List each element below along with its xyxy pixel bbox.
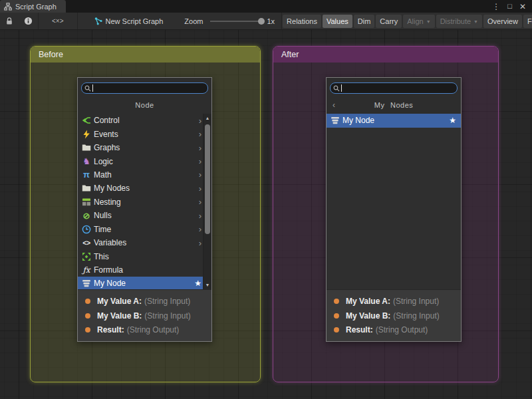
zoom-label: Zoom <box>182 17 205 25</box>
scroll-up-icon[interactable]: ▲ <box>203 114 211 122</box>
close-icon[interactable]: ✕ <box>519 3 526 11</box>
tab-script-graph[interactable]: Script Graph <box>0 0 66 13</box>
info-icon <box>24 17 33 25</box>
group-before-label: Before <box>39 50 63 59</box>
formula-icon: ƒx <box>81 265 92 275</box>
events-icon <box>81 129 92 139</box>
search-input[interactable] <box>343 84 454 92</box>
chevron-right-icon: › <box>199 130 201 138</box>
favorite-star-icon[interactable]: ★ <box>449 116 456 124</box>
code-view-button[interactable]: <×> <box>39 13 77 29</box>
list-item[interactable]: Nesting › <box>78 196 211 209</box>
list-item[interactable]: This <box>78 249 211 263</box>
port-dot-icon <box>85 313 90 319</box>
list-item[interactable]: Control › <box>78 114 211 127</box>
new-script-graph-label: New Script Graph <box>106 17 164 25</box>
scroll-down-icon[interactable]: ▼ <box>203 281 211 289</box>
toolbar-separator <box>281 13 282 29</box>
finder-title-label: My Nodes <box>374 101 414 109</box>
list-item-selected[interactable]: My Node ★ <box>78 277 211 289</box>
toggle-values[interactable]: Values <box>323 15 352 28</box>
time-icon <box>81 224 92 234</box>
list-item[interactable]: Time › <box>78 223 211 236</box>
control-icon <box>81 116 92 126</box>
list-item[interactable]: <> Variables › <box>78 236 211 249</box>
favorite-star-icon[interactable]: ★ <box>194 279 201 287</box>
back-chevron-icon[interactable]: ‹ <box>332 100 335 110</box>
tab-strip: Script Graph ⋮ □ ✕ <box>0 0 532 13</box>
port-dot-icon <box>85 299 90 304</box>
graph-canvas[interactable]: Before After <box>0 30 532 399</box>
list-item[interactable]: Graphs › <box>78 141 211 154</box>
toolbar-separator <box>77 13 78 29</box>
port-row: My Value A: (String Input) <box>78 297 211 306</box>
lock-icon <box>5 17 13 25</box>
list-item[interactable]: π Math › <box>78 168 211 182</box>
chevron-down-icon: ▼ <box>473 19 478 24</box>
group-after-label: After <box>281 50 299 59</box>
list-item[interactable]: ⊘ Nulls › <box>78 209 211 222</box>
menu-icon[interactable]: ⋮ <box>492 3 500 11</box>
empty-list-area <box>327 128 461 290</box>
chevron-right-icon: › <box>199 225 201 233</box>
finder-title: Node <box>78 96 211 114</box>
port-dot-icon <box>334 299 339 304</box>
toggle-carry[interactable]: Carry <box>376 15 402 28</box>
align-dropdown[interactable]: Align ▼ <box>403 15 434 28</box>
search-icon <box>84 85 91 92</box>
group-after-header[interactable]: After <box>273 47 498 63</box>
list-item[interactable]: ♞ Logic › <box>78 154 211 168</box>
node-ports-preview: My Value A: (String Input) My Value B: (… <box>78 289 211 341</box>
toggle-relations[interactable]: Relations <box>283 15 321 28</box>
nesting-icon <box>81 197 92 207</box>
chevron-right-icon: › <box>199 211 201 220</box>
list-item[interactable]: Events › <box>78 127 211 140</box>
tab-label: Script Graph <box>15 3 57 11</box>
chevron-right-icon: › <box>199 116 201 125</box>
chevron-down-icon: ▼ <box>426 19 431 24</box>
chevron-right-icon: › <box>199 184 201 193</box>
group-before-header[interactable]: Before <box>31 47 260 63</box>
scrollbar-thumb[interactable] <box>205 124 210 234</box>
graph-icon <box>4 3 12 11</box>
port-dot-icon <box>334 313 339 319</box>
search-input[interactable] <box>94 84 205 92</box>
node-icon <box>81 279 92 289</box>
scrollbar[interactable]: ▲ ▼ <box>203 114 211 289</box>
port-row: Result: (String Output) <box>327 325 461 334</box>
zoom-value: 1x <box>267 17 275 25</box>
port-row: My Value B: (String Input) <box>78 311 211 321</box>
list-item[interactable]: ƒx Formula <box>78 263 211 277</box>
overview-button[interactable]: Overview <box>483 15 522 28</box>
code-icon: <×> <box>52 18 64 25</box>
search-box[interactable] <box>330 82 458 94</box>
math-icon: π <box>81 170 92 180</box>
this-icon <box>81 251 92 261</box>
list-item-selected[interactable]: My Node ★ <box>327 114 461 128</box>
node-options-list: Control › Events › G <box>78 114 211 289</box>
new-script-graph-button[interactable]: New Script Graph <box>87 17 170 25</box>
toggle-dim[interactable]: Dim <box>354 15 375 28</box>
info-button[interactable] <box>19 13 38 29</box>
port-row: Result: (String Output) <box>78 325 211 334</box>
chevron-right-icon: › <box>199 144 201 152</box>
list-item[interactable]: My Nodes › <box>78 182 211 195</box>
folder-icon <box>81 184 92 194</box>
port-row: My Value B: (String Input) <box>327 311 461 321</box>
search-icon <box>333 85 340 92</box>
lock-button[interactable] <box>0 13 19 29</box>
distribute-dropdown[interactable]: Distribute ▼ <box>436 15 482 28</box>
port-row: My Value A: (String Input) <box>327 297 461 306</box>
zoom-slider-handle[interactable] <box>258 18 265 25</box>
chevron-right-icon: › <box>199 198 201 206</box>
logic-icon: ♞ <box>81 156 92 166</box>
script-graph-window: Script Graph ⋮ □ ✕ <box>0 0 532 399</box>
search-box[interactable] <box>81 82 208 94</box>
zoom-slider[interactable] <box>210 21 262 22</box>
window-controls: ⋮ □ ✕ <box>492 0 532 13</box>
fullscreen-button[interactable]: Full Screen <box>523 15 532 28</box>
variables-icon: <> <box>81 238 92 248</box>
chevron-right-icon: › <box>199 157 201 166</box>
fuzzy-finder-before: Node Control › E <box>77 77 212 342</box>
maximize-icon[interactable]: □ <box>507 3 512 10</box>
